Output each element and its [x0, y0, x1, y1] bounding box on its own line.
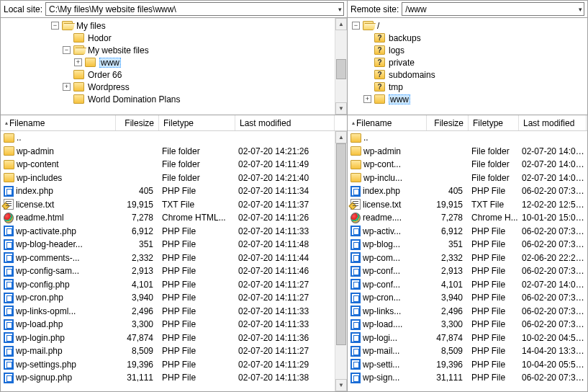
tree-expander[interactable]: + [63, 83, 71, 91]
col-filesize[interactable]: Filesize [427, 115, 469, 130]
tree-expander[interactable]: − [352, 22, 360, 30]
file-type-cell: PHP File [159, 186, 235, 196]
file-row[interactable]: .. [348, 131, 587, 145]
file-modified-cell: 02-07-20 14:07:... [519, 173, 587, 183]
file-row[interactable]: wp-cron...3,940PHP File06-02-20 07:33:..… [348, 291, 587, 305]
tree-item[interactable]: ?backups [350, 32, 587, 44]
col-filetype[interactable]: Filetype [159, 115, 235, 130]
file-row[interactable]: wp-config.php4,101PHP File02-07-20 14:11… [1, 278, 347, 292]
file-row[interactable]: wp-conf...2,913PHP File06-02-20 07:33:..… [348, 264, 587, 278]
col-lastmodified[interactable]: Last modified [519, 115, 587, 130]
file-row[interactable]: wp-activate.php6,912PHP File02-07-20 14:… [1, 225, 347, 239]
tree-item[interactable]: World Domination Plans [4, 93, 347, 105]
file-row[interactable]: wp-includesFile folder02-07-20 14:21:40 [1, 172, 347, 185]
file-row[interactable]: readme.html7,278Chrome HTML...02-07-20 1… [1, 211, 347, 225]
file-row[interactable]: wp-setti...19,396PHP File10-04-20 05:59:… [348, 358, 587, 372]
file-row[interactable]: wp-adminFile folder02-07-20 14:07:... [348, 145, 587, 159]
remote-tree[interactable]: −/?backups?logs?private?subdomains?tmp+w… [348, 18, 587, 115]
file-row[interactable]: wp-links...2,496PHP File06-02-20 07:33:.… [348, 305, 587, 318]
col-filename[interactable]: ▴Filename [348, 115, 427, 130]
file-row[interactable]: wp-contentFile folder02-07-20 14:11:49 [1, 158, 347, 172]
file-row[interactable]: wp-mail...8,509PHP File14-04-20 13:34:..… [348, 344, 587, 358]
file-row[interactable]: wp-comments-...2,332PHP File02-07-20 14:… [1, 251, 347, 265]
col-lastmodified[interactable]: Last modified [235, 115, 335, 130]
file-type-cell: PHP File [469, 280, 519, 290]
file-row[interactable]: wp-settings.php19,396PHP File02-07-20 14… [1, 358, 347, 372]
file-name-cell: index.php [1, 186, 116, 197]
file-row[interactable]: wp-cont...File folder02-07-20 14:07:... [348, 158, 587, 172]
file-row[interactable]: index.php405PHP File02-07-20 14:11:34 [1, 184, 347, 198]
file-type-cell: PHP File [469, 239, 519, 249]
tree-item[interactable]: ?private [350, 56, 587, 68]
local-list-scrollbar[interactable]: ▲ ▼ [335, 131, 347, 391]
file-modified-cell: 10-02-20 04:50:... [519, 333, 587, 343]
file-row[interactable]: wp-sign...31,111PHP File06-02-20 07:33:.… [348, 371, 587, 385]
tree-expander[interactable]: + [74, 58, 82, 66]
col-filename[interactable]: ▴Filename [1, 115, 116, 130]
tree-item[interactable]: +Wordpress [4, 81, 347, 93]
file-row[interactable]: wp-com...2,332PHP File02-06-20 22:26:... [348, 251, 587, 265]
scroll-thumb[interactable] [336, 143, 346, 345]
file-row[interactable]: index.php405PHP File06-02-20 07:33:... [348, 184, 587, 198]
tree-expander[interactable]: − [63, 46, 71, 54]
file-name-cell: wp-activate.php [1, 226, 116, 236]
tree-item[interactable]: ?logs [350, 44, 587, 56]
file-row[interactable]: wp-cron.php3,940PHP File02-07-20 14:11:2… [1, 291, 347, 305]
file-row[interactable]: wp-logi...47,874PHP File10-02-20 04:50:.… [348, 331, 587, 345]
file-name-cell: .. [1, 133, 116, 143]
file-row[interactable]: wp-config-sam...2,913PHP File02-07-20 14… [1, 264, 347, 278]
php-file-icon [4, 226, 14, 236]
tree-item-label: Hodor [88, 33, 112, 43]
tree-item[interactable]: −/ [350, 19, 587, 32]
tree-item[interactable]: −My files [4, 19, 347, 32]
scroll-thumb[interactable] [336, 59, 346, 79]
file-modified-cell: 02-07-20 14:11:27 [235, 346, 335, 356]
tree-item[interactable]: ?tmp [350, 81, 587, 93]
tree-expander[interactable]: − [51, 22, 59, 30]
scroll-up-button[interactable]: ▲ [335, 18, 347, 30]
file-modified-cell: 14-04-20 13:34:... [519, 346, 587, 356]
file-type-cell: TXT File [469, 200, 519, 210]
txt-file-icon [4, 199, 14, 210]
folder-icon [73, 70, 84, 79]
local-file-list[interactable]: ..wp-adminFile folder02-07-20 14:21:26wp… [1, 131, 347, 391]
file-row[interactable]: license.txt19,915TXT File02-07-20 14:11:… [1, 198, 347, 212]
tree-item[interactable]: +www [4, 56, 347, 68]
scroll-down-button[interactable]: ▼ [335, 379, 347, 391]
file-row[interactable]: wp-inclu...File folder02-07-20 14:07:... [348, 172, 587, 185]
tree-item-label: subdomains [389, 70, 435, 80]
tree-item[interactable]: +www [350, 93, 587, 105]
col-filetype[interactable]: Filetype [469, 115, 519, 130]
tree-item[interactable]: ?subdomains [350, 68, 587, 81]
scroll-up-button[interactable]: ▲ [335, 131, 347, 143]
remote-file-list[interactable]: ..wp-adminFile folder02-07-20 14:07:...w… [348, 131, 587, 391]
file-row[interactable]: wp-adminFile folder02-07-20 14:21:26 [1, 145, 347, 159]
file-row[interactable]: .. [1, 131, 347, 145]
col-filesize[interactable]: Filesize [116, 115, 159, 130]
php-file-icon [350, 319, 361, 330]
remote-path-select[interactable]: /www ▾ [402, 2, 584, 16]
file-row[interactable]: wp-blog-header...351PHP File02-07-20 14:… [1, 238, 347, 251]
file-row[interactable]: license.txt19,915TXT File12-02-20 12:54:… [348, 198, 587, 212]
file-row[interactable]: wp-mail.php8,509PHP File02-07-20 14:11:2… [1, 344, 347, 358]
local-tree[interactable]: −My filesHodor−My website files+wwwOrder… [1, 18, 347, 115]
php-file-icon [4, 306, 14, 316]
file-row[interactable]: wp-load....3,300PHP File06-02-20 07:33:.… [348, 318, 587, 331]
file-row[interactable]: wp-links-opml...2,496PHP File02-07-20 14… [1, 305, 347, 318]
file-row[interactable]: wp-activ...6,912PHP File06-02-20 07:33:.… [348, 225, 587, 239]
local-path-select[interactable]: C:\My files\My website files\www\ ▾ [45, 2, 344, 16]
file-row[interactable]: wp-load.php3,300PHP File02-07-20 14:11:3… [1, 318, 347, 331]
file-row[interactable]: readme....7,278Chrome H...10-01-20 15:05… [348, 211, 587, 225]
file-row[interactable]: wp-blog...351PHP File06-02-20 07:33:... [348, 238, 587, 251]
tree-expander[interactable]: + [363, 95, 371, 103]
file-row[interactable]: wp-signup.php31,111PHP File02-07-20 14:1… [1, 371, 347, 385]
file-row[interactable]: wp-conf...4,101PHP File02-07-20 14:07:..… [348, 278, 587, 292]
tree-item[interactable]: Hodor [4, 32, 347, 44]
tree-item[interactable]: −My website files [4, 44, 347, 56]
file-type-cell: PHP File [159, 266, 235, 276]
scroll-down-button[interactable]: ▼ [335, 102, 347, 115]
tree-item[interactable]: Order 66 [4, 68, 347, 81]
file-row[interactable]: wp-login.php47,874PHP File02-07-20 14:11… [1, 331, 347, 345]
local-tree-scrollbar[interactable]: ▲ ▼ [335, 18, 347, 115]
file-size-cell: 19,396 [427, 360, 469, 370]
